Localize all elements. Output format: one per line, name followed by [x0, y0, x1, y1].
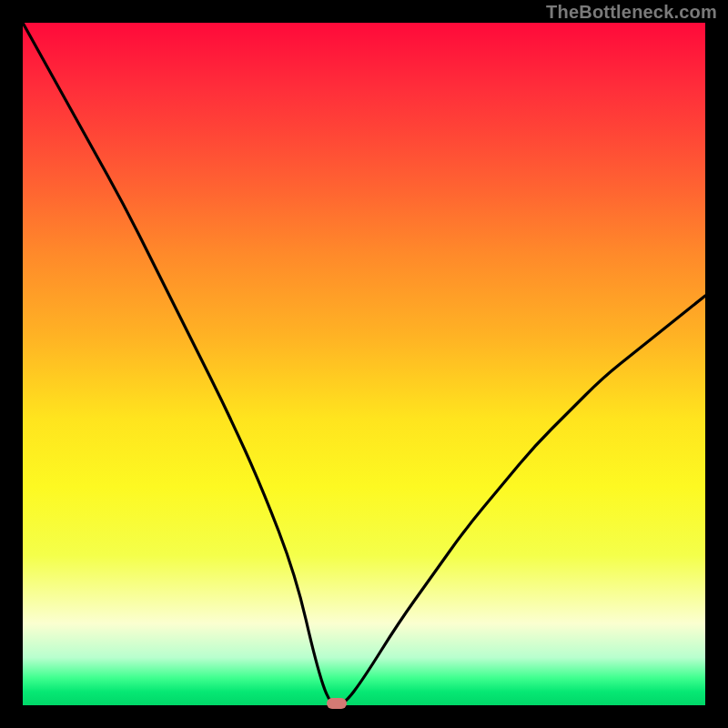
- plot-area: [23, 23, 705, 705]
- minimum-marker: [327, 698, 347, 709]
- watermark-text: TheBottleneck.com: [546, 2, 717, 23]
- bottleneck-curve: [23, 23, 705, 705]
- chart-frame: TheBottleneck.com: [0, 0, 728, 728]
- curve-svg: [23, 23, 705, 705]
